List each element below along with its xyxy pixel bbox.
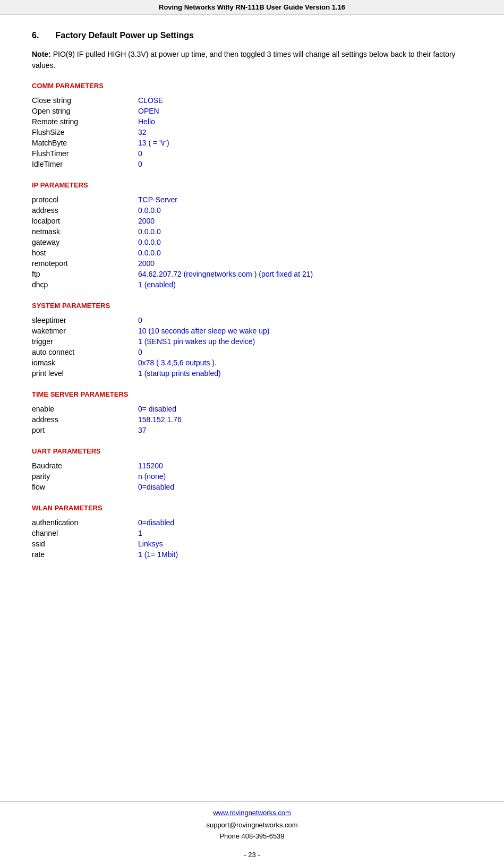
param-name-cell: localport (32, 216, 138, 226)
param-value-cell: 0.0.0.0 (138, 205, 472, 216)
param-name-cell: remoteport (32, 258, 138, 269)
wlan-params-heading: WLAN PARAMETERS (32, 504, 472, 512)
comm-params-table: Close stringCLOSEOpen stringOPENRemote s… (32, 95, 472, 169)
table-row: address0.0.0.0 (32, 205, 472, 216)
table-row: ssidLinksys (32, 538, 472, 549)
table-row: rate1 (1= 1Mbit) (32, 549, 472, 560)
table-row: trigger1 (SENS1 pin wakes up the device) (32, 336, 472, 347)
footer-phone: Phone 408-395-6539 (0, 831, 504, 842)
table-row: Remote stringHello (32, 116, 472, 127)
table-row: host0.0.0.0 (32, 247, 472, 258)
page-wrapper: Roving Networks Wifly RN-111B User Guide… (0, 0, 504, 864)
param-value-cell: 1 (138, 528, 472, 538)
time-parameters-section: TIME SERVER PARAMETERS enable0= disabled… (32, 390, 472, 435)
param-name-cell: waketimer (32, 326, 138, 336)
time-params-heading: TIME SERVER PARAMETERS (32, 390, 472, 398)
param-value-cell: 0.0.0.0 (138, 226, 472, 237)
param-value-cell: TCP-Server (138, 194, 472, 205)
param-name-cell: channel (32, 528, 138, 538)
param-name-cell: MatchByte (32, 138, 138, 148)
system-params-table: sleeptimer0waketimer10 (10 seconds after… (32, 315, 472, 379)
param-value-cell: 158.152.1.76 (138, 414, 472, 425)
param-value-cell: 0 (138, 315, 472, 326)
table-row: FlushTimer0 (32, 148, 472, 159)
param-value-cell: 1 (1= 1Mbit) (138, 549, 472, 560)
comm-parameters-section: COMM PARAMETERS Close stringCLOSEOpen st… (32, 82, 472, 169)
table-row: port37 (32, 425, 472, 435)
table-row: address158.152.1.76 (32, 414, 472, 425)
param-value-cell: 37 (138, 425, 472, 435)
table-row: FlushSize32 (32, 127, 472, 138)
table-row: parityn (none) (32, 471, 472, 482)
param-name-cell: FlushSize (32, 127, 138, 138)
section-heading: Factory Default Power up Settings (55, 31, 193, 40)
table-row: sleeptimer0 (32, 315, 472, 326)
param-name-cell: Baudrate (32, 460, 138, 471)
param-name-cell: netmask (32, 226, 138, 237)
param-value-cell: 0=disabled (138, 482, 472, 492)
param-name-cell: auto connect (32, 347, 138, 357)
param-name-cell: iomask (32, 357, 138, 368)
param-name-cell: gateway (32, 237, 138, 247)
param-name-cell: IdleTimer (32, 159, 138, 169)
table-row: Close stringCLOSE (32, 95, 472, 106)
table-row: ftp64.62.207.72 (rovingnetworks.com ) (p… (32, 269, 472, 279)
note-text: PIO(9) IF pulled HIGH (3.3V) at power up… (32, 50, 456, 70)
param-value-cell: 0=disabled (138, 517, 472, 528)
param-value-cell: 2000 (138, 258, 472, 269)
section-number: 6. (32, 31, 39, 40)
param-value-cell: 0= disabled (138, 404, 472, 414)
param-name-cell: port (32, 425, 138, 435)
param-value-cell: 0 (138, 148, 472, 159)
uart-parameters-section: UART PARAMETERS Baudrate115200parityn (n… (32, 447, 472, 492)
param-value-cell: 0x78 ( 3,4,5,6 outputs ). (138, 357, 472, 368)
ip-params-table: protocolTCP-Serveraddress0.0.0.0localpor… (32, 194, 472, 290)
param-value-cell: 2000 (138, 216, 472, 226)
table-row: dhcp1 (enabled) (32, 279, 472, 290)
param-name-cell: ftp (32, 269, 138, 279)
param-value-cell: 0 (138, 159, 472, 169)
param-name-cell: authentication (32, 517, 138, 528)
section-title: 6. Factory Default Power up Settings (32, 31, 472, 40)
param-name-cell: ssid (32, 538, 138, 549)
footer: www.rovingnetworks.com support@rovingnet… (0, 801, 504, 848)
param-name-cell: protocol (32, 194, 138, 205)
comm-params-heading: COMM PARAMETERS (32, 82, 472, 90)
footer-support: support@rovingnetworks.com (0, 820, 504, 831)
table-row: flow0=disabled (32, 482, 472, 492)
table-row: authentication0=disabled (32, 517, 472, 528)
param-name-cell: address (32, 414, 138, 425)
param-value-cell: n (none) (138, 471, 472, 482)
table-row: netmask0.0.0.0 (32, 226, 472, 237)
wlan-parameters-section: WLAN PARAMETERS authentication0=disabled… (32, 504, 472, 560)
param-name-cell: FlushTimer (32, 148, 138, 159)
ip-params-heading: IP PARAMETERS (32, 181, 472, 189)
param-value-cell: 0.0.0.0 (138, 237, 472, 247)
table-row: protocolTCP-Server (32, 194, 472, 205)
wlan-params-table: authentication0=disabledchannel1ssidLink… (32, 517, 472, 560)
param-name-cell: Open string (32, 106, 138, 116)
param-name-cell: flow (32, 482, 138, 492)
param-value-cell: 10 (10 seconds after sleep we wake up) (138, 326, 472, 336)
note-block: Note: PIO(9) IF pulled HIGH (3.3V) at po… (32, 49, 472, 71)
table-row: MatchByte13 ( = '\r') (32, 138, 472, 148)
table-row: localport2000 (32, 216, 472, 226)
param-value-cell: 64.62.207.72 (rovingnetworks.com ) (port… (138, 269, 472, 279)
time-params-table: enable0= disabledaddress158.152.1.76port… (32, 404, 472, 435)
table-row: auto connect0 (32, 347, 472, 357)
table-row: remoteport2000 (32, 258, 472, 269)
param-name-cell: Close string (32, 95, 138, 106)
table-row: enable0= disabled (32, 404, 472, 414)
table-row: waketimer10 (10 seconds after sleep we w… (32, 326, 472, 336)
table-row: Baudrate115200 (32, 460, 472, 471)
param-name-cell: print level (32, 368, 138, 379)
param-value-cell: OPEN (138, 106, 472, 116)
param-value-cell: 32 (138, 127, 472, 138)
system-parameters-section: SYSTEM PARAMETERS sleeptimer0waketimer10… (32, 302, 472, 379)
table-row: channel1 (32, 528, 472, 538)
table-row: iomask0x78 ( 3,4,5,6 outputs ). (32, 357, 472, 368)
param-name-cell: enable (32, 404, 138, 414)
table-row: print level1 (startup prints enabled) (32, 368, 472, 379)
param-value-cell: CLOSE (138, 95, 472, 106)
footer-link[interactable]: www.rovingnetworks.com (0, 809, 504, 817)
